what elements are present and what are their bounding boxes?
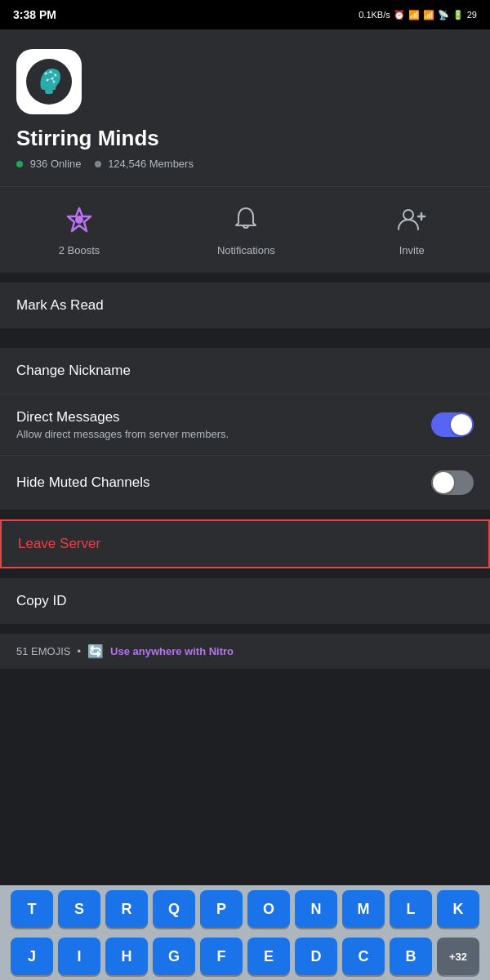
server-stats: 936 Online 124,546 Members: [16, 158, 474, 170]
hide-muted-channels-item[interactable]: Hide Muted Channels: [0, 456, 490, 510]
invite-icon-wrap: [392, 200, 431, 239]
direct-messages-sub: Allow direct messages from server member…: [16, 428, 431, 440]
status-time: 3:38 PM: [13, 8, 56, 21]
toggle-knob-hmc: [433, 472, 454, 493]
key-K[interactable]: K: [437, 890, 479, 928]
key-T[interactable]: T: [11, 890, 53, 928]
direct-messages-label: Direct Messages: [16, 409, 431, 425]
change-nickname-label: Change Nickname: [16, 363, 474, 379]
boost-icon: [66, 207, 92, 233]
copy-id-section: Copy ID: [0, 578, 490, 624]
change-nickname-item[interactable]: Change Nickname: [0, 348, 490, 394]
members-stat: 124,546 Members: [95, 158, 194, 170]
server-header: Stirring Minds 936 Online 124,546 Member…: [0, 29, 490, 186]
clock-icon: ⏰: [394, 10, 405, 20]
status-icons: 0.1KB/s ⏰ 📶 📶 📡 🔋 29: [359, 10, 477, 20]
action-notifications[interactable]: Notifications: [217, 200, 275, 256]
key-Q[interactable]: Q: [153, 890, 195, 928]
copy-id-label: Copy ID: [16, 593, 66, 609]
key-H[interactable]: H: [105, 938, 148, 975]
key-extra[interactable]: +32: [437, 938, 479, 975]
key-J[interactable]: J: [11, 938, 53, 975]
direct-messages-content: Direct Messages Allow direct messages fr…: [16, 409, 431, 440]
nitro-link[interactable]: Use anywhere with Nitro: [110, 645, 234, 657]
network-speed: 0.1KB/s: [359, 10, 390, 20]
network-icon-2: 📶: [423, 10, 434, 20]
keyboard-row-2: J I H G F E D C B +32: [0, 933, 490, 980]
battery-level: 29: [467, 10, 477, 20]
direct-messages-item[interactable]: Direct Messages Allow direct messages fr…: [0, 394, 490, 456]
settings-section: Change Nickname Direct Messages Allow di…: [0, 348, 490, 510]
boosts-label: 2 Boosts: [59, 244, 100, 256]
key-I[interactable]: I: [58, 938, 100, 975]
mark-as-read-item[interactable]: Mark As Read: [0, 283, 490, 328]
invite-label: Invite: [399, 244, 425, 256]
leave-server-label: Leave Server: [18, 536, 100, 552]
keyboard-row-1: T S R Q P O N M L K: [0, 885, 490, 933]
key-D[interactable]: D: [295, 938, 337, 975]
boost-icon-wrap: [60, 200, 99, 239]
server-name: Stirring Minds: [16, 126, 474, 151]
svg-point-15: [403, 210, 413, 220]
copy-id-item[interactable]: Copy ID: [0, 578, 490, 624]
emojis-header: 51 EMOJIS • 🔄 Use anywhere with Nitro: [16, 644, 474, 659]
invite-icon: [397, 207, 426, 233]
bell-icon-wrap: [226, 200, 265, 239]
quick-actions: 2 Boosts Notifications Invite: [0, 186, 490, 273]
svg-rect-12: [45, 89, 53, 94]
key-S[interactable]: S: [58, 890, 100, 928]
toggle-knob-dm: [451, 414, 472, 435]
leave-server-item[interactable]: Leave Server: [2, 521, 488, 567]
key-G[interactable]: G: [153, 938, 195, 975]
notifications-label: Notifications: [217, 244, 275, 256]
action-boosts[interactable]: 2 Boosts: [59, 200, 100, 256]
key-M[interactable]: M: [342, 890, 385, 928]
battery-icon: 🔋: [452, 10, 464, 20]
nitro-icon: 🔄: [87, 644, 104, 659]
key-N[interactable]: N: [295, 890, 337, 928]
mark-as-read-label: Mark As Read: [16, 297, 104, 314]
hide-muted-channels-toggle[interactable]: [431, 470, 474, 495]
online-dot: [16, 161, 23, 167]
action-invite[interactable]: Invite: [392, 200, 431, 256]
status-bar: 3:38 PM 0.1KB/s ⏰ 📶 📶 📡 🔋 29: [0, 0, 490, 29]
mark-as-read-section: Mark As Read: [0, 283, 490, 328]
key-B[interactable]: B: [390, 938, 432, 975]
key-L[interactable]: L: [390, 890, 432, 928]
emojis-count: 51 EMOJIS: [16, 645, 70, 657]
network-icon-1: 📶: [408, 10, 420, 20]
key-R[interactable]: R: [105, 890, 148, 928]
emojis-section: 51 EMOJIS • 🔄 Use anywhere with Nitro: [0, 634, 490, 669]
svg-point-14: [75, 216, 83, 224]
online-stat: 936 Online: [16, 158, 82, 170]
key-O[interactable]: O: [247, 890, 290, 928]
section-gap-1: [0, 273, 490, 283]
direct-messages-toggle[interactable]: [431, 412, 474, 437]
section-gap-2: [0, 338, 490, 348]
server-icon: [16, 49, 82, 114]
keyboard: T S R Q P O N M L K J I H G F E D C B +3…: [0, 885, 490, 980]
wifi-icon: 📡: [438, 10, 449, 20]
members-dot: [95, 161, 101, 167]
key-C[interactable]: C: [342, 938, 385, 975]
hide-muted-channels-content: Hide Muted Channels: [16, 474, 431, 491]
bell-icon: [234, 207, 258, 233]
key-E[interactable]: E: [247, 938, 290, 975]
leave-server-section: Leave Server: [0, 519, 490, 568]
emojis-separator: •: [77, 645, 81, 657]
hide-muted-channels-label: Hide Muted Channels: [16, 474, 431, 491]
key-F[interactable]: F: [200, 938, 243, 975]
key-P[interactable]: P: [200, 890, 243, 928]
